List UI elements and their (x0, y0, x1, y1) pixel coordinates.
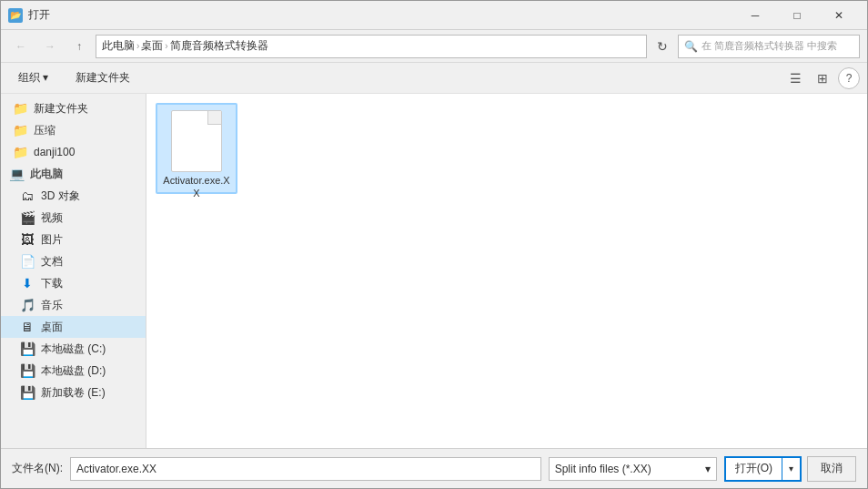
sidebar-item-videos[interactable]: 🎬 视频 (1, 207, 146, 229)
window-title: 打开 (28, 7, 50, 23)
desktop-icon: 🖥 (19, 320, 35, 334)
filetype-value: Split info files (*.XX) (555, 463, 651, 475)
breadcrumb-part-3: 简鹿音频格式转换器 (170, 38, 268, 54)
sidebar-item-3d-objects[interactable]: 🗂 3D 对象 (1, 185, 146, 207)
disk-d-icon: 💾 (19, 363, 35, 378)
downloads-icon: ⬇ (19, 276, 35, 290)
filename-input[interactable] (70, 457, 541, 481)
breadcrumb-sep-2: › (165, 41, 167, 51)
search-icon: 🔍 (684, 40, 698, 53)
sidebar-item-label: 压缩 (34, 123, 56, 138)
folder-3d-icon: 🗂 (19, 188, 35, 203)
sidebar-item-label: 视频 (41, 210, 63, 226)
sidebar-item-label: 图片 (41, 232, 63, 248)
file-area[interactable]: Activator.exe.XX (146, 94, 867, 448)
disk-e-icon: 💾 (19, 385, 35, 400)
action-buttons: 打开(O) ▾ 取消 (724, 456, 856, 482)
sidebar-item-pictures[interactable]: 🖼 图片 (1, 229, 146, 250)
new-folder-button[interactable]: 新建文件夹 (66, 66, 140, 90)
maximize-button[interactable]: □ (776, 1, 818, 30)
search-placeholder: 在 简鹿音频格式转换器 中搜索 (701, 39, 837, 53)
window-icon: 📂 (8, 8, 23, 23)
folder-icon: 📁 (12, 123, 28, 138)
back-button[interactable]: ← (8, 34, 34, 59)
video-icon: 🎬 (19, 210, 35, 225)
view-list-button[interactable]: ☰ (783, 66, 807, 90)
sidebar-item-label: 音乐 (41, 298, 63, 313)
sidebar-item-this-pc: 💻 此电脑 (1, 163, 146, 185)
sidebar-item-downloads[interactable]: ⬇ 下载 (1, 272, 146, 294)
secondary-toolbar: 组织 ▾ 新建文件夹 ☰ ⊞ ? (1, 63, 867, 94)
sidebar-item-local-c[interactable]: 💾 本地磁盘 (C:) (1, 338, 146, 360)
documents-icon: 📄 (19, 254, 35, 269)
filename-label: 文件名(N): (12, 461, 63, 476)
main-content: 📁 新建文件夹 📁 压缩 📁 danji100 💻 此电脑 🗂 3D 对象 🎬 (1, 94, 867, 448)
file-name-activator: Activator.exe.XX (161, 174, 232, 200)
file-icon-activator (167, 110, 226, 172)
folder-icon: 📁 (12, 101, 28, 116)
sidebar-item-label: 3D 对象 (41, 188, 80, 204)
sidebar-item-documents[interactable]: 📄 文档 (1, 250, 146, 272)
forward-button[interactable]: → (37, 34, 63, 59)
sidebar-item-label: 此电脑 (30, 167, 63, 182)
sidebar-item-label: 新建文件夹 (34, 101, 88, 117)
pictures-icon: 🖼 (19, 232, 35, 247)
open-button-arrow-icon[interactable]: ▾ (782, 456, 800, 482)
title-controls: ─ □ ✕ (734, 1, 860, 30)
help-button[interactable]: ? (838, 67, 860, 89)
computer-icon: 💻 (8, 167, 25, 181)
open-button[interactable]: 打开(O) ▾ (724, 456, 802, 482)
search-bar[interactable]: 🔍 在 简鹿音频格式转换器 中搜索 (678, 35, 860, 58)
sidebar-item-label: 本地磁盘 (C:) (41, 341, 106, 357)
sidebar-item-music[interactable]: 🎵 音乐 (1, 294, 146, 316)
music-icon: 🎵 (19, 298, 35, 312)
title-bar-left: 📂 打开 (8, 7, 50, 23)
sidebar-item-desktop[interactable]: 🖥 桌面 (1, 316, 146, 338)
breadcrumb-part-1: 此电脑 (102, 38, 135, 54)
folder-icon: 📁 (12, 145, 28, 159)
organize-button[interactable]: 组织 ▾ (8, 66, 58, 90)
sidebar-item-label: 桌面 (41, 320, 63, 335)
sidebar-item-label: 本地磁盘 (D:) (41, 363, 106, 379)
cancel-button[interactable]: 取消 (807, 456, 856, 482)
navigation-toolbar: ← → ↑ 此电脑 › 桌面 › 简鹿音频格式转换器 ↻ 🔍 在 简鹿音频格式转… (1, 30, 867, 63)
sidebar-item-new-folder[interactable]: 📁 新建文件夹 (1, 97, 146, 119)
toolbar2-right: ☰ ⊞ ? (783, 66, 860, 90)
sidebar: 📁 新建文件夹 📁 压缩 📁 danji100 💻 此电脑 🗂 3D 对象 🎬 (1, 94, 146, 448)
sidebar-item-local-d[interactable]: 💾 本地磁盘 (D:) (1, 360, 146, 382)
sidebar-item-compressed[interactable]: 📁 压缩 (1, 119, 146, 141)
open-button-label[interactable]: 打开(O) (726, 461, 782, 476)
filetype-dropdown[interactable]: Split info files (*.XX) ▾ (549, 457, 717, 481)
address-bar[interactable]: 此电脑 › 桌面 › 简鹿音频格式转换器 (96, 35, 647, 58)
close-button[interactable]: ✕ (818, 1, 860, 30)
breadcrumb-part-2: 桌面 (141, 38, 163, 54)
sidebar-item-label: 新加载卷 (E:) (41, 385, 106, 401)
file-item-activator[interactable]: Activator.exe.XX (156, 103, 237, 194)
file-page (171, 110, 222, 172)
breadcrumb: 此电脑 › 桌面 › 简鹿音频格式转换器 (102, 38, 268, 54)
breadcrumb-sep-1: › (136, 41, 139, 51)
sidebar-item-label: 文档 (41, 254, 63, 270)
filetype-arrow-icon: ▾ (705, 463, 711, 475)
title-bar: 📂 打开 ─ □ ✕ (1, 1, 867, 30)
sidebar-item-danji100[interactable]: 📁 danji100 (1, 141, 146, 163)
refresh-button[interactable]: ↻ (651, 35, 674, 58)
sidebar-item-label: 下载 (41, 276, 63, 291)
sidebar-item-label: danji100 (34, 146, 75, 158)
minimize-button[interactable]: ─ (734, 1, 776, 30)
disk-c-icon: 💾 (19, 341, 35, 356)
up-button[interactable]: ↑ (66, 34, 92, 59)
sidebar-item-local-e[interactable]: 💾 新加载卷 (E:) (1, 382, 146, 403)
open-dialog: 📂 打开 ─ □ ✕ ← → ↑ 此电脑 › 桌面 › 简鹿音频格式转换器 ↻ … (0, 0, 868, 489)
bottom-bar: 文件名(N): Split info files (*.XX) ▾ 打开(O) … (1, 448, 867, 488)
view-panel-button[interactable]: ⊞ (811, 66, 834, 90)
